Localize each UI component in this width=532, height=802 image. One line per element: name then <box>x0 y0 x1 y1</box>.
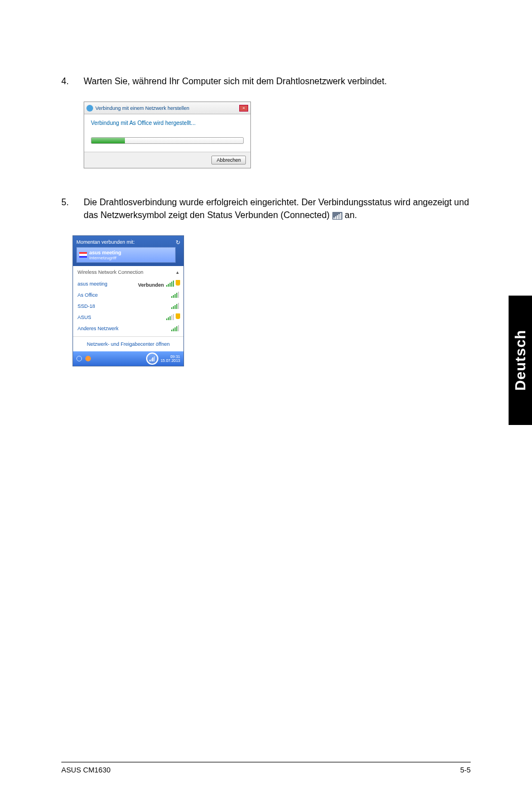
network-item-name: Anderes Netzwerk <box>78 326 119 331</box>
current-network-name: asus meeting <box>89 250 122 255</box>
signal-icon <box>171 325 179 331</box>
dialog-body: Verbindung mit As Office wird hergestell… <box>84 114 250 152</box>
chevron-up-icon: ▴ <box>176 269 179 275</box>
network-category-icon <box>79 252 87 258</box>
clock-date: 15.07.2013 <box>161 359 180 363</box>
clock-time: 09:31 <box>161 355 180 359</box>
network-list: asus meetingVerbundenAs OfficeSSD-18ASUS… <box>78 278 179 334</box>
signal-icon <box>171 302 179 309</box>
taskbar-clock: 09:31 15.07.2013 <box>161 355 180 363</box>
close-icon[interactable]: × <box>239 105 248 112</box>
page-footer: ASUS CM1630 5-5 <box>61 762 471 774</box>
step-5-text-before: Die Drahtlosverbindung wurde erfolgreich… <box>84 197 469 219</box>
network-flyout: Momentan verbunden mit: asus meeting Int… <box>72 235 184 366</box>
language-tab: Deutsch <box>509 296 532 425</box>
current-connection: asus meeting Internetzugriff <box>76 247 176 263</box>
page: 4. Warten Sie, während Ihr Computer sich… <box>0 0 532 802</box>
refresh-icon[interactable]: ↻ <box>176 239 180 245</box>
connection-progress-dialog: Verbindung mit einem Netzwerk herstellen… <box>84 102 251 168</box>
network-item-name: As Office <box>78 292 98 298</box>
step-5-number: 5. <box>61 196 84 221</box>
network-item[interactable]: ASUS <box>78 312 179 323</box>
progress-fill <box>91 138 125 143</box>
step-5-text-after: an. <box>342 210 357 220</box>
language-label: Deutsch <box>512 330 529 391</box>
dialog-footer: Abbrechen <box>84 152 250 168</box>
network-section-heading[interactable]: Wireless Network Connection ▴ <box>78 269 179 275</box>
open-network-center-link[interactable]: Netzwerk- und Freigabecenter öffnen <box>73 336 183 351</box>
step-4-text: Warten Sie, während Ihr Computer sich mi… <box>84 75 471 88</box>
network-item[interactable]: As Office <box>78 289 179 301</box>
signal-icon <box>171 291 179 298</box>
network-item-name: SSD-18 <box>78 303 95 309</box>
ie-icon[interactable] <box>76 356 82 361</box>
network-section-title: Wireless Network Connection <box>78 269 143 275</box>
taskbar: 09:31 15.07.2013 <box>73 351 183 366</box>
network-item-name: ASUS <box>78 315 91 320</box>
signal-icon <box>166 313 179 320</box>
footer-right: 5-5 <box>460 766 471 774</box>
firefox-icon[interactable] <box>85 356 91 361</box>
dialog-titlebar: Verbindung mit einem Netzwerk herstellen… <box>84 102 250 114</box>
signal-icon <box>166 280 179 287</box>
dialog-message: Verbindung mit As Office wird hergestell… <box>91 120 244 126</box>
network-item[interactable]: SSD-18 <box>78 301 179 312</box>
progress-bar <box>91 137 244 144</box>
step-4: 4. Warten Sie, während Ihr Computer sich… <box>61 75 471 88</box>
step-4-number: 4. <box>61 75 84 88</box>
signal-connected-icon <box>332 212 342 220</box>
step-5: 5. Die Drahtlosverbindung wurde erfolgre… <box>61 196 471 221</box>
network-item-state: Verbunden <box>138 282 164 288</box>
shield-icon <box>176 280 180 286</box>
globe-icon <box>86 105 93 112</box>
window-buttons: × <box>239 105 248 112</box>
tray-network-icon[interactable] <box>146 352 158 365</box>
flyout-header-title: Momentan verbunden mit: <box>76 239 176 245</box>
shield-icon <box>176 313 180 319</box>
cancel-button[interactable]: Abbrechen <box>211 156 246 165</box>
current-network-sub: Internetzugriff <box>89 255 122 260</box>
dialog-title: Verbindung mit einem Netzwerk herstellen <box>95 105 190 111</box>
flyout-header: Momentan verbunden mit: asus meeting Int… <box>73 236 183 266</box>
flyout-body: Wireless Network Connection ▴ asus meeti… <box>73 266 183 336</box>
network-item[interactable]: asus meetingVerbunden <box>78 278 179 289</box>
step-5-text: Die Drahtlosverbindung wurde erfolgreich… <box>84 196 471 221</box>
network-item[interactable]: Anderes Netzwerk <box>78 323 179 334</box>
network-item-name: asus meeting <box>78 281 108 287</box>
footer-left: ASUS CM1630 <box>61 766 110 774</box>
